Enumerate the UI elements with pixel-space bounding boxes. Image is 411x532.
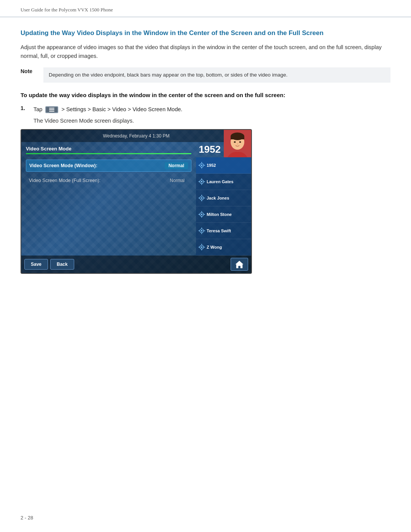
- section-heading: Updating the Way Video Displays in the W…: [21, 29, 390, 38]
- note-content: Depending on the video endpoint, black b…: [43, 67, 390, 83]
- phone-contacts-panel: 1952 Lauren Gates Jack Jones Milton Ston…: [196, 130, 251, 256]
- svg-point-26: [201, 214, 202, 215]
- step-1: 1. Tap > Settings > Basic > Video > Vide…: [21, 105, 390, 114]
- contact-item[interactable]: Jack Jones: [196, 190, 251, 206]
- vsm-title: Video Screen Mode: [26, 146, 191, 152]
- svg-point-38: [201, 246, 202, 248]
- contact-signal-icon: [198, 227, 205, 234]
- vsm-underline: [26, 153, 191, 154]
- phone-main-panel: Video Screen Mode Video Screen Mode (Win…: [21, 142, 196, 256]
- step-1-tap: Tap: [33, 106, 42, 112]
- procedure-heading: To update the way video displays in the …: [21, 91, 390, 100]
- contact-signal-icon: [198, 211, 205, 218]
- page-number: 2 - 28: [21, 515, 33, 521]
- svg-point-8: [201, 165, 202, 166]
- note-box: Note Depending on the video endpoint, bl…: [21, 67, 390, 83]
- home-button[interactable]: [231, 258, 248, 271]
- main-content: Updating the Way Video Displays in the W…: [0, 17, 411, 300]
- step-1-content: Tap > Settings > Basic > Video > Video S…: [33, 105, 182, 114]
- save-button[interactable]: Save: [24, 259, 48, 270]
- menu-button-icon: [45, 106, 58, 113]
- page-header: User Guide for the Polycom VVX 1500 Phon…: [0, 0, 411, 17]
- back-button[interactable]: Back: [50, 259, 74, 270]
- svg-point-32: [201, 230, 202, 232]
- vsm-window-value: Normal: [165, 162, 188, 169]
- step-1-sub: The Video Screen Mode screen displays.: [33, 118, 390, 124]
- step-1-num: 1.: [21, 105, 30, 111]
- contact-name: Z Wong: [207, 245, 222, 249]
- contact-item[interactable]: 1952: [196, 157, 251, 174]
- contact-name: 1952: [207, 163, 216, 168]
- contact-signal-icon: [198, 178, 205, 185]
- contact-item[interactable]: Milton Stone: [196, 206, 251, 223]
- phone-datetime: Wednesday, February 4 1:30 PM: [103, 133, 170, 139]
- contact-signal-icon: [198, 195, 205, 201]
- header-text: User Guide for the Polycom VVX 1500 Phon…: [21, 7, 113, 13]
- contact-name: Jack Jones: [207, 196, 229, 200]
- vsm-fullscreen-row[interactable]: Video Screen Mode (Full Screen): Normal: [26, 175, 191, 186]
- contact-signal-icon: [198, 244, 205, 251]
- svg-point-20: [201, 197, 202, 199]
- step-1-text: > Settings > Basic > Video > Video Scree…: [61, 106, 182, 112]
- vsm-window-label: Video Screen Mode (Window):: [29, 163, 165, 168]
- vsm-fullscreen-value: Normal: [166, 177, 188, 184]
- svg-point-14: [201, 181, 202, 182]
- phone-screenshot: Wednesday, February 4 1:30 PM: [21, 129, 252, 274]
- home-icon: [235, 260, 244, 268]
- vsm-window-row[interactable]: Video Screen Mode (Window): Normal: [26, 160, 191, 172]
- contact-name: Lauren Gates: [207, 179, 233, 184]
- contact-item[interactable]: Z Wong: [196, 239, 251, 256]
- page-footer: 2 - 28: [21, 515, 33, 521]
- note-label: Note: [21, 67, 37, 74]
- contact-name: Milton Stone: [207, 212, 232, 217]
- contact-item[interactable]: Teresa Swift: [196, 223, 251, 239]
- vsm-fullscreen-label: Video Screen Mode (Full Screen):: [29, 178, 166, 183]
- contact-name: Teresa Swift: [207, 228, 231, 233]
- phone-bottombar: Save Back: [21, 256, 251, 273]
- contact-item[interactable]: Lauren Gates: [196, 174, 251, 190]
- contact-signal-icon: [198, 162, 205, 169]
- body-text: Adjust the appearance of video images so…: [21, 43, 390, 61]
